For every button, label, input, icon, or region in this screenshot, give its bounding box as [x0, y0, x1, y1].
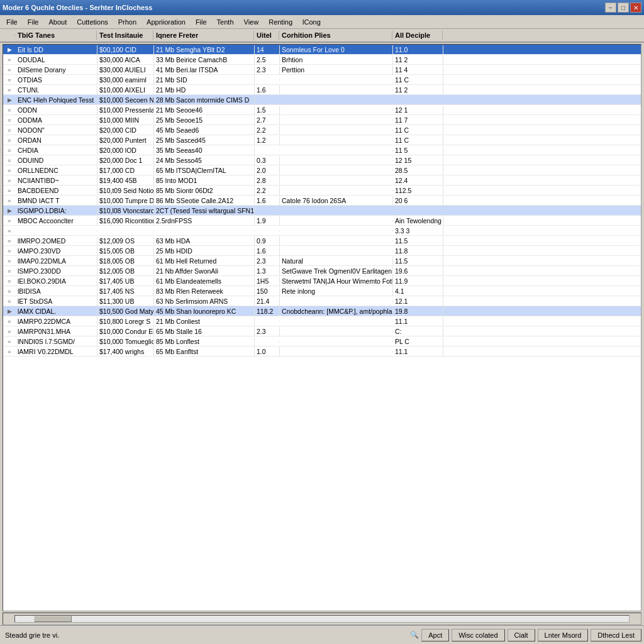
table-cell: 61 Mb Hell Returned	[154, 257, 255, 265]
status-btn-wisc[interactable]: Wisc colated	[452, 629, 504, 641]
table-cell: 1.2	[255, 136, 280, 145]
horizontal-scrollbar[interactable]	[3, 613, 641, 625]
table-cell: 83 Mb Rlen Reterweek	[154, 287, 255, 296]
table-row[interactable]: =BMND IACT T$10,000 Tumpre Deigns86 Mb S…	[3, 196, 641, 206]
col-header-all[interactable]: All Deciple	[392, 31, 443, 40]
menu-item-tenth[interactable]: Tenth	[212, 15, 239, 28]
table-row[interactable]: =CHDIA$20,000 lOD35 Mb Seeas4011 5	[3, 145, 641, 155]
table-row[interactable]: ▶lSGMPO.LDBIA:$10,l08 Vtoncstaro2CT (Tes…	[3, 206, 641, 216]
table-row[interactable]: =DilSeme Dorany$30,000 AUIELI41 Mb Beri.…	[3, 65, 641, 75]
table-cell: 86 Mb SSeotie Calle.2A12	[154, 196, 255, 205]
table-cell: lSMPO.230DD	[16, 267, 97, 275]
table-cell: 28 Mb Sacon mtormide CIMS D	[154, 96, 255, 104]
table-row[interactable]: =BACBDEEND$10,t09 Seid Notions85 Mb Sion…	[3, 186, 641, 196]
table-cell: 65 Mb lTSDA|ClernITAL	[154, 166, 255, 175]
table-row[interactable]: =ODDN$10,000 Pressenlaun21 Mb Seooe461.5…	[3, 105, 641, 115]
status-bar: Steadd grie tre vi. 🔍 Apct Wisc colated …	[0, 625, 644, 644]
table-row[interactable]: =lSMPO.230DD$12,005 OB21 Nb Affder SwonA…	[3, 266, 641, 276]
menu-item-lcong[interactable]: lCong	[297, 15, 326, 28]
col-header-test[interactable]: Test Insitauie	[97, 31, 153, 40]
table-cell: lAMRI V0.22DMDL	[16, 347, 97, 356]
table-row[interactable]: =NCIIANTIBD~$19,400 45B85 Into MOD12.812…	[3, 175, 641, 186]
table-cell	[280, 130, 393, 131]
table-cell: 85 Mb Siontr 06Dt2	[154, 186, 255, 195]
table-row[interactable]: =ODDMA$10,000 MIIN25 Mb Seooe152.711 7	[3, 115, 641, 125]
maximize-button[interactable]: □	[618, 3, 629, 13]
table-row[interactable]: =lET StxDSA$11,300 UB63 Nb Serlimsiom AR…	[3, 296, 641, 306]
table-cell: $10,l08 Vtoncstaro	[97, 206, 154, 215]
table-cell: OTDIAS	[16, 75, 97, 84]
scrollbar-track[interactable]	[14, 615, 630, 623]
table-cell: $12,005 OB	[97, 267, 154, 275]
col-header-name[interactable]: TbiG Tanes	[15, 31, 97, 40]
table-cell: NODON"	[16, 126, 97, 135]
menu-item-file[interactable]: File	[1, 15, 23, 28]
table-row[interactable]: =CTUNl.$10,000 AIXELI21 Mb HD1.611 2	[3, 85, 641, 95]
status-btn-apct[interactable]: Apct	[421, 629, 449, 641]
table-cell: $10,000 Tomueglic lSetcouels	[97, 337, 154, 346]
table-cell: $10,000 Condur Eer	[97, 327, 154, 336]
table-cell: ORLLNEDNC	[16, 166, 97, 175]
status-btn-dthecd[interactable]: Dthecd Lest	[591, 629, 641, 641]
table-cell: $17,000 CD	[97, 166, 154, 175]
minimize-button[interactable]: −	[605, 3, 616, 13]
menu-item-about[interactable]: About	[43, 15, 72, 28]
table-row[interactable]: =lAMRP0N31.MHA$10,000 Condur Eer65 Mb St…	[3, 326, 641, 336]
menu-item-renting[interactable]: Renting	[264, 15, 297, 28]
table-row[interactable]: =NODON"$20,000 CID45 Mb Seaed62.211 C	[3, 125, 641, 135]
col-header-unit[interactable]: Uitel	[254, 31, 279, 40]
table-row[interactable]: =ODUDAL$30,000 AICA33 Mb Beirice CamachB…	[3, 55, 641, 65]
table-cell: 4.1	[393, 287, 443, 296]
table-row[interactable]: =ORDAN$20,000 Puntert25 Mb Sasced451.211…	[3, 135, 641, 145]
menu-item-cuttetions[interactable]: Cuttetions	[72, 15, 113, 28]
table-row[interactable]: =lEl.BOKO.29DIA$17,405 UB61 Mb Elandeate…	[3, 276, 641, 286]
table-cell: 63 Mb HDA	[154, 236, 255, 245]
table-cell: 21 Mb SID	[154, 75, 255, 84]
row-icon: ▶	[3, 97, 16, 103]
row-icon: ▶	[3, 308, 16, 314]
menu-item-appriioration[interactable]: Appriioration	[142, 15, 191, 28]
table-cell: CTUNl.	[16, 86, 97, 94]
table-row[interactable]: =ODUIND$20,000 Doc 124 Mb Sesso450.312 1…	[3, 155, 641, 165]
menu-item-file[interactable]: File	[23, 15, 44, 28]
table-row[interactable]: ▶lAMX ClDAL.$10,500 God Matyes45 Mb Shan…	[3, 306, 641, 316]
menu-item-prhon[interactable]: Prhon	[113, 15, 142, 28]
table-row[interactable]: =lAMPO.230VD$15,005 OB25 Mb HDID1.611.8	[3, 246, 641, 256]
table-cell: 24 Mb Sesso45	[154, 156, 255, 165]
close-button[interactable]: ✕	[630, 3, 641, 13]
table-cell: $00,100 CID	[97, 45, 154, 54]
status-btn-cialt[interactable]: Cialt	[508, 629, 535, 641]
table-row[interactable]: =llMRPO.2OMED$12,009 OS63 Mb HDA0.911.5	[3, 236, 641, 246]
table-row[interactable]: =3.3 3	[3, 226, 641, 236]
table-cell: $10,000 Pressenlaun	[97, 106, 154, 114]
table-row[interactable]: =ORLLNEDNC$17,000 CD65 Mb lTSDA|ClernITA…	[3, 165, 641, 175]
scrollbar-thumb[interactable]	[34, 616, 72, 622]
menu-item-view[interactable]: View	[239, 15, 264, 28]
table-cell: 25 Mb HDID	[154, 247, 255, 255]
table-row[interactable]: =MBOC Accoonclter$16,090 Ricontitior2.5r…	[3, 216, 641, 226]
table-cell	[280, 119, 393, 121]
table-row[interactable]: =llMAP0.22DMLA$18,005 OB61 Mb Hell Retur…	[3, 256, 641, 266]
table-cell: 11.8	[393, 247, 443, 255]
table-cell	[255, 150, 280, 151]
data-table[interactable]: ▶Eit ls DD$00,100 CID21 Mb Semgha YBlt D…	[3, 44, 641, 611]
table-row[interactable]: ▶Eit ls DD$00,100 CID21 Mb Semgha YBlt D…	[3, 45, 641, 55]
table-cell: 33 Mb Beirice CamachB	[154, 55, 255, 64]
table-cell: 65 Mb Stalle 16	[154, 327, 255, 336]
table-cell: $20,000 Puntert	[97, 136, 154, 145]
table-cell: 12 15	[393, 156, 443, 165]
menu-item-file[interactable]: File	[191, 15, 212, 28]
table-row[interactable]: =lNNDI0S l.7:5GMD/$10,000 Tomueglic lSet…	[3, 336, 641, 347]
table-cell: Natural	[280, 257, 393, 265]
table-row[interactable]: =lAMRI V0.22DMDL$17,400 wrighs65 Mb Eanf…	[3, 347, 641, 357]
table-cell: 2.7	[255, 116, 280, 125]
table-row[interactable]: ▶ENC Hleh Pohiqued Tesst$10,000 Secoen N…	[3, 95, 641, 105]
status-btn-lnter[interactable]: Lnter Msord	[538, 629, 589, 641]
table-row[interactable]: =OTDIAS$30,000 eamiml21 Mb SID11 C	[3, 75, 641, 85]
table-row[interactable]: =lAMRP0.22DMCA$10,800 Loregr S21 Mb Conl…	[3, 316, 641, 326]
table-cell: 1H5	[255, 277, 280, 286]
col-header-ignore[interactable]: Iqnere Freter	[153, 31, 254, 40]
table-cell: 14	[255, 45, 280, 54]
table-row[interactable]: =lBIDISA$17,405 NS83 Mb Rlen Reterweek15…	[3, 286, 641, 296]
col-header-condition[interactable]: Corhition Plies	[279, 31, 392, 40]
